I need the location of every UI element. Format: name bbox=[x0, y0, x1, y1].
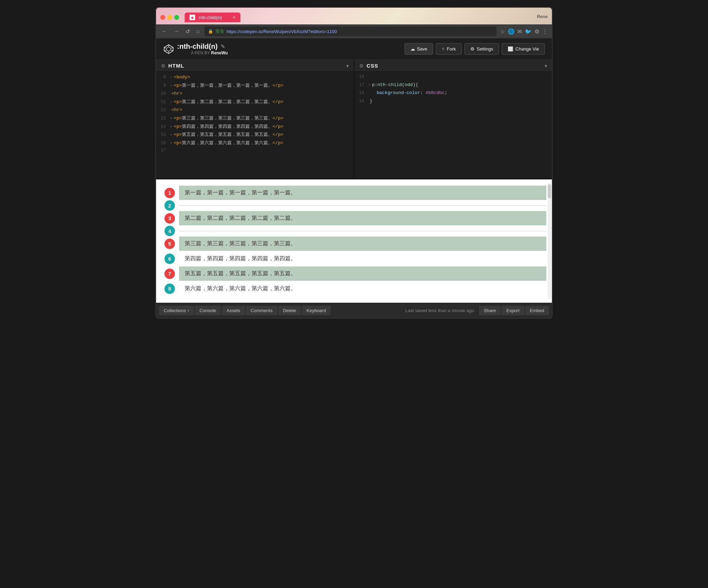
code-line-12: 12 <hr> bbox=[156, 106, 354, 114]
pen-author-name[interactable]: ReneWu bbox=[211, 51, 228, 55]
preview-scrollbar-thumb[interactable] bbox=[548, 184, 551, 198]
change-view-button[interactable]: ⬜ Change Vie bbox=[502, 43, 545, 55]
row-number-3: 3 bbox=[164, 213, 175, 224]
html-collapse-icon[interactable]: ▾ bbox=[346, 63, 349, 69]
row-number-6: 6 bbox=[164, 254, 175, 264]
export-label: Export bbox=[506, 308, 520, 313]
row-number-2: 2 bbox=[164, 200, 175, 211]
browser-action-icons: ☆ 🌐 ✉ 🐦 ⚙ ⋮ bbox=[500, 28, 548, 35]
console-button[interactable]: Console bbox=[195, 306, 221, 315]
preview-row-8: 8 第六篇，第六篇，第六篇，第六篇，第六篇。 bbox=[179, 281, 546, 296]
browser-tab-bar: ◈ :nth-child(n) ✕ Rene bbox=[156, 8, 552, 24]
assets-button[interactable]: Assets bbox=[222, 306, 245, 315]
preview-p-6: 第四篇，第四篇，第四篇，第四篇，第四篇。 bbox=[179, 252, 546, 266]
close-window-button[interactable] bbox=[160, 15, 165, 20]
fork-icon: ⑂ bbox=[442, 46, 445, 52]
back-button[interactable]: ← bbox=[160, 28, 169, 35]
tab-close-button[interactable]: ✕ bbox=[232, 15, 236, 20]
header-actions: ☁ Save ⑂ Fork ⚙ Settings ⬜ Change Vie bbox=[405, 43, 545, 55]
svg-marker-1 bbox=[167, 47, 171, 51]
code-line-9: 9 ▾ <p>第一篇，第一篇，第一篇，第一篇，第一篇。</p> bbox=[156, 82, 354, 90]
save-button[interactable]: ☁ Save bbox=[405, 43, 433, 55]
extension-icon-1[interactable]: 🌐 bbox=[508, 28, 515, 35]
codepen-footer: Collections ▾ Console Assets Comments De… bbox=[156, 303, 552, 318]
bookmark-icon[interactable]: ☆ bbox=[500, 28, 505, 35]
preview-area: 1 第一篇，第一篇，第一篇，第一篇，第一篇。 2 3 第二篇，第二篇，第二篇，第… bbox=[156, 178, 552, 303]
html-editor-panel: ⚙ HTML ▾ 8 ▾ <body> 9 ▾ <p>第一篇，第一篇，第一篇，第… bbox=[156, 60, 354, 178]
address-bar-input[interactable]: 🔒 安全 https://codepen.io/ReneWu/pen/VbXoz… bbox=[205, 26, 497, 36]
minimize-window-button[interactable] bbox=[167, 15, 172, 20]
preview-scrollbar[interactable] bbox=[548, 183, 551, 299]
codepen-logo bbox=[163, 44, 174, 55]
css-collapse-icon[interactable]: ▾ bbox=[545, 63, 547, 69]
preview-row-3: 3 第二篇，第二篇，第二篇，第二篇，第二篇。 bbox=[179, 211, 546, 225]
fork-button[interactable]: ⑂ Fork bbox=[436, 43, 462, 55]
maximize-window-button[interactable] bbox=[174, 15, 179, 20]
browser-tab[interactable]: ◈ :nth-child(n) ✕ bbox=[185, 13, 240, 22]
code-line-17: 17 bbox=[156, 147, 354, 155]
css-settings-icon[interactable]: ⚙ bbox=[359, 63, 364, 69]
svg-line-3 bbox=[171, 47, 173, 48]
settings-gear-icon: ⚙ bbox=[470, 46, 475, 52]
embed-button[interactable]: Embed bbox=[525, 306, 549, 315]
editors-container: ⚙ HTML ▾ 8 ▾ <body> 9 ▾ <p>第一篇，第一篇，第一篇，第… bbox=[156, 60, 552, 178]
pen-author-line: A PEN BY ReneWu bbox=[191, 51, 228, 55]
preview-row-4: 4 bbox=[179, 226, 546, 236]
code-line-14: 14 ▾ <p>第四篇，第四篇，第四篇，第四篇，第四篇。</p> bbox=[156, 123, 354, 131]
more-icon[interactable]: ⋮ bbox=[542, 28, 548, 35]
browser-chrome: ◈ :nth-child(n) ✕ Rene ← → ↺ ⌂ 🔒 安全 http… bbox=[156, 8, 552, 38]
browser-address-bar: ← → ↺ ⌂ 🔒 安全 https://codepen.io/ReneWu/p… bbox=[156, 24, 552, 38]
preview-row-5: 5 第三篇，第三篇，第三篇，第三篇，第三篇。 bbox=[179, 237, 546, 251]
svg-line-6 bbox=[164, 50, 166, 51]
collections-button[interactable]: Collections ▾ bbox=[159, 306, 194, 315]
preview-row-6: 6 第四篇，第四篇，第四篇，第四篇，第四篇。 bbox=[179, 252, 546, 266]
save-status: Last saved less than a minute ago bbox=[405, 308, 474, 313]
preview-hr-2 bbox=[179, 231, 546, 231]
codepen-header: :nth-child(n) ✎ A PEN BY ReneWu ☁ Save ⑂… bbox=[156, 38, 552, 60]
keyboard-button[interactable]: Keyboard bbox=[302, 306, 331, 315]
refresh-button[interactable]: ↺ bbox=[184, 28, 191, 36]
css-editor-body[interactable]: 16 17 ▾ p:nth-child(odd){ 18 background-… bbox=[354, 72, 552, 178]
html-editor-lang: HTML bbox=[168, 63, 184, 69]
assets-label: Assets bbox=[226, 308, 240, 313]
forward-button[interactable]: → bbox=[172, 28, 180, 35]
delete-button[interactable]: Delete bbox=[278, 306, 301, 315]
settings-button[interactable]: ⚙ Settings bbox=[464, 43, 499, 55]
settings-icon[interactable]: ⚙ bbox=[534, 28, 539, 35]
comments-button[interactable]: Comments bbox=[246, 306, 277, 315]
code-line-16: 16 ▾ <p>第六篇，第六篇，第六篇，第六篇，第六篇。</p> bbox=[156, 139, 354, 147]
code-line-8: 8 ▾ <body> bbox=[156, 73, 354, 82]
export-button[interactable]: Export bbox=[501, 306, 524, 315]
code-line-13: 13 ▾ <p>第三篇，第三篇，第三篇，第三篇，第三篇。</p> bbox=[156, 114, 354, 123]
save-cloud-icon: ☁ bbox=[410, 46, 415, 52]
html-editor-body[interactable]: 8 ▾ <body> 9 ▾ <p>第一篇，第一篇，第一篇，第一篇，第一篇。</… bbox=[156, 72, 354, 178]
row-number-5: 5 bbox=[164, 239, 175, 249]
delete-label: Delete bbox=[283, 308, 296, 313]
row-number-7: 7 bbox=[164, 269, 175, 279]
edit-pen-title-icon[interactable]: ✎ bbox=[221, 43, 225, 50]
extension-icon-3[interactable]: 🐦 bbox=[525, 28, 532, 35]
css-editor-header: ⚙ CSS ▾ bbox=[354, 60, 552, 72]
svg-line-4 bbox=[171, 50, 173, 51]
preview-row-2: 2 bbox=[179, 201, 546, 210]
pen-title: :nth-child(n) bbox=[177, 42, 218, 51]
share-button[interactable]: Share bbox=[479, 306, 501, 315]
tab-title: :nth-child(n) bbox=[198, 15, 222, 20]
code-line-11: 11 ▾ <p>第二篇，第二篇，第二篇，第二篇，第二篇。</p> bbox=[156, 98, 354, 106]
extension-icon-2[interactable]: ✉ bbox=[517, 28, 522, 35]
preview-content: 1 第一篇，第一篇，第一篇，第一篇，第一篇。 2 3 第二篇，第二篇，第二篇，第… bbox=[162, 183, 546, 299]
preview-p-1: 第一篇，第一篇，第一篇，第一篇，第一篇。 bbox=[179, 186, 546, 200]
css-line-16: 16 bbox=[354, 73, 552, 81]
html-settings-icon[interactable]: ⚙ bbox=[161, 63, 166, 69]
preview-hr-1 bbox=[179, 206, 546, 206]
html-editor-header: ⚙ HTML ▾ bbox=[156, 60, 354, 72]
pen-title-area: :nth-child(n) ✎ A PEN BY ReneWu bbox=[177, 42, 228, 55]
address-url: https://codepen.io/ReneWu/pen/VbXozM?edi… bbox=[226, 29, 337, 34]
home-button[interactable]: ⌂ bbox=[195, 28, 201, 35]
preview-p-7: 第五篇，第五篇，第五篇，第五篇，第五篇。 bbox=[179, 266, 546, 281]
collections-dropdown-arrow: ▾ bbox=[187, 309, 189, 312]
row-number-1: 1 bbox=[164, 188, 175, 198]
traffic-lights bbox=[160, 15, 179, 20]
browser-user: Rene bbox=[537, 14, 548, 21]
comments-label: Comments bbox=[251, 308, 272, 313]
